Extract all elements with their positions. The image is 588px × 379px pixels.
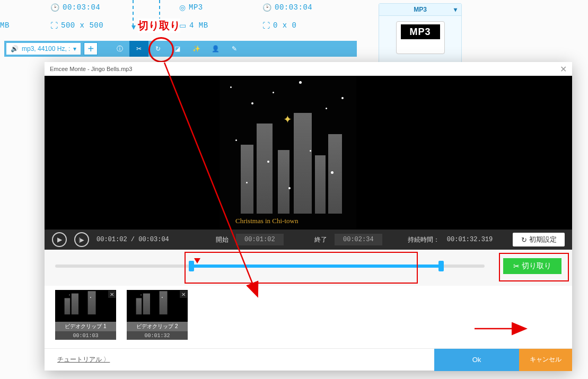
play-button[interactable]: ▶ (52, 232, 67, 247)
cancel-button[interactable]: キャンセル (519, 349, 572, 371)
effects-button[interactable]: ✨ (187, 41, 206, 57)
output-format-header[interactable]: MP3 (379, 4, 461, 16)
format-out: MP3 (179, 3, 203, 12)
playback-controls: ▶ |▶ 00:01:02 / 00:03:04 開始 00:01:02 終了 … (45, 230, 572, 250)
toolbar: 🔊 mp3, 44100 Hz, : ▾ + ⓘ ✂ ↻ ◪ ✨ 👤 ✎ (4, 41, 357, 57)
audio-info-text: mp3, 44100 Hz, : (22, 45, 70, 52)
start-time-input[interactable]: 00:01:02 (236, 234, 284, 245)
highlight-circle-annotation (148, 37, 174, 63)
playback-position: 00:01:02 / 00:03:04 (96, 236, 169, 243)
cut-dialog: Emcee Monte - Jingo Bells.mp3 ✕ ✦ (45, 62, 572, 371)
scene-caption: Christmas in Chi-town (235, 217, 298, 225)
close-button[interactable]: ✕ (560, 64, 567, 74)
clip-time: 00:01:03 (55, 331, 116, 340)
audio-info-button[interactable]: 🔊 mp3, 44100 Hz, : ▾ (6, 43, 81, 55)
file-icon (179, 21, 186, 30)
highlight-box-annotation (499, 253, 569, 281)
dialog-footer: チュートリアル Ok キャンセル (45, 348, 572, 371)
clock-icon (262, 3, 271, 12)
mp3-badge-text: MP3 (401, 24, 440, 39)
format-icon (179, 3, 186, 12)
cut-button[interactable]: ✂ (129, 41, 148, 57)
preview-frame: ✦ Christmas in Chi-town (220, 76, 356, 230)
clock-icon (50, 3, 59, 12)
file-info-region: 00:03:04 500 x 500 MB 切り取り MP3 4 MB 00:0… (0, 0, 362, 58)
add-button[interactable]: + (84, 42, 98, 55)
reset-button[interactable]: 初期設定 (513, 233, 565, 246)
size-out: 4 MB (179, 21, 208, 30)
mb-left: MB (0, 21, 10, 30)
duration-left: 00:03:04 (50, 3, 100, 12)
end-label: 終了 (314, 235, 327, 244)
subtitle-button[interactable]: ✎ (225, 41, 244, 57)
duration-value: 00:01:32.319 (447, 236, 493, 243)
speaker-icon: 🔊 (11, 45, 19, 52)
duration-right: 00:03:04 (262, 3, 312, 12)
clip-list: ✕ ビデオクリップ 1 00:01:03 ✕ ビデオクリップ 2 00:01:3… (55, 290, 188, 340)
timeline-area: 切り取り (45, 250, 572, 286)
dimensions-left: 500 x 500 (50, 21, 103, 30)
clip-label: ビデオクリップ 2 (127, 322, 188, 331)
tutorial-link[interactable]: チュートリアル (57, 355, 110, 364)
star-icon: ✦ (283, 113, 292, 126)
clip-time: 00:01:32 (127, 331, 188, 340)
ok-button[interactable]: Ok (434, 349, 519, 371)
clip-label: ビデオクリップ 1 (55, 322, 116, 331)
dimensions-right: 0 x 0 (262, 21, 297, 30)
cut-annotation: 切り取り (138, 19, 180, 33)
info-button[interactable]: ⓘ (110, 41, 129, 57)
duration-label: 持続時間： (408, 235, 440, 244)
preview-area: ✦ Christmas in Chi-town (45, 76, 572, 230)
clip-item[interactable]: ✕ ビデオクリップ 1 00:01:03 (55, 290, 116, 340)
dashed-arrow-icon (133, 0, 134, 27)
highlight-box-annotation (185, 252, 418, 284)
clip-thumbnail: ✕ (55, 290, 116, 322)
dimensions-icon (50, 21, 58, 30)
delete-clip-button[interactable]: ✕ (180, 290, 187, 298)
step-button[interactable]: |▶ (74, 232, 89, 247)
dialog-title-text: Emcee Monte - Jingo Bells.mp3 (50, 66, 132, 72)
dimensions-icon (262, 21, 270, 30)
watermark-button[interactable]: 👤 (206, 41, 225, 57)
caret-down-icon: ▾ (73, 45, 76, 52)
clip-item[interactable]: ✕ ビデオクリップ 2 00:01:32 (127, 290, 188, 340)
dialog-titlebar: Emcee Monte - Jingo Bells.mp3 ✕ (45, 62, 572, 76)
start-label: 開始 (216, 235, 229, 244)
delete-clip-button[interactable]: ✕ (108, 290, 116, 298)
end-handle[interactable] (438, 261, 444, 271)
clip-thumbnail: ✕ (127, 290, 188, 322)
mp3-badge-icon: MP3 (396, 21, 445, 54)
end-time-input[interactable]: 00:02:34 (335, 234, 382, 245)
